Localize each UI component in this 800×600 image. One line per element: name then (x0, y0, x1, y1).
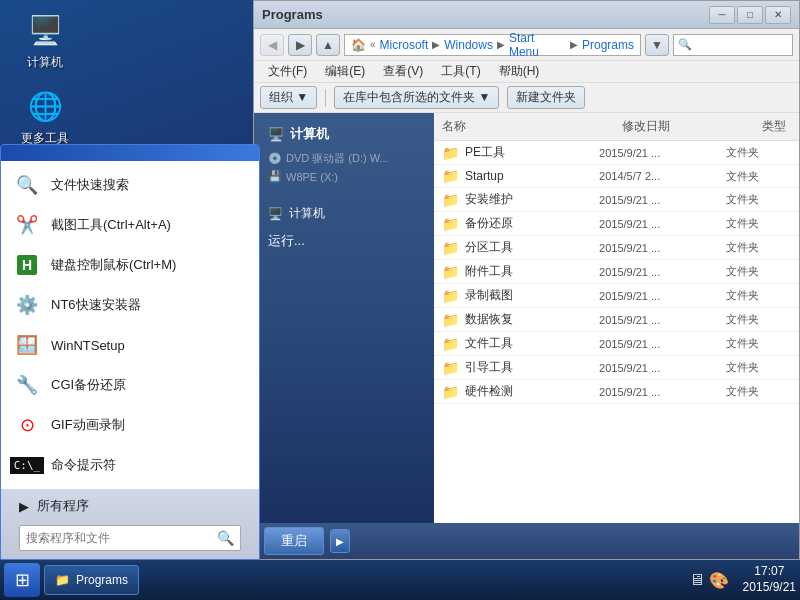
folder-icon: 📁 (442, 384, 459, 400)
left-drive-dvd[interactable]: 💿 DVD 驱动器 (D:) W... (260, 149, 428, 168)
back-button[interactable]: ◀ (260, 34, 284, 56)
file-date-cell: 2015/9/21 ... (599, 314, 726, 326)
file-type-cell: 文件夹 (726, 169, 799, 184)
left-computer-icon: 🖥️ 计算机 (260, 119, 428, 149)
toolbar2: 组织 ▼ 在库中包含所选的文件夹 ▼ 新建文件夹 (254, 83, 799, 113)
menu-file[interactable]: 文件(F) (260, 61, 315, 82)
file-type-cell: 文件夹 (726, 145, 799, 160)
arrow-right-icon: ▶ (19, 499, 29, 514)
start-menu-item-nt6-installer[interactable]: ⚙️ NT6快速安装器 (1, 285, 259, 325)
screenshot-icon: ✂️ (13, 211, 41, 239)
path-dropdown[interactable]: ▼ (645, 34, 669, 56)
drive-icon: 💾 (268, 170, 282, 183)
menu-help[interactable]: 帮助(H) (491, 61, 548, 82)
file-search-label: 文件快速搜索 (51, 176, 129, 194)
start-menu-item-winntsetup[interactable]: 🪟 WinNTSetup (1, 325, 259, 365)
taskbar: ⊞ 📁 Programs 🖥 🎨 17:07 2015/9/21 (0, 560, 800, 600)
system-tray: 🖥 🎨 (683, 571, 735, 590)
clock-time: 17:07 (743, 564, 796, 580)
start-menu-search[interactable]: 🔍 (19, 525, 241, 551)
color-icon[interactable]: 🎨 (709, 571, 729, 590)
file-type-cell: 文件夹 (726, 336, 799, 351)
menu-tools[interactable]: 工具(T) (433, 61, 488, 82)
path-startmenu[interactable]: Start Menu (509, 31, 566, 59)
close-button[interactable]: ✕ (765, 6, 791, 24)
folder-icon: 📁 (442, 264, 459, 280)
col-date-header[interactable]: 修改日期 (614, 116, 754, 137)
path-microsoft[interactable]: Microsoft (380, 38, 429, 52)
start-menu-header (1, 145, 259, 161)
maximize-button[interactable]: □ (737, 6, 763, 24)
path-programs[interactable]: Programs (582, 38, 634, 52)
desktop-icon-computer[interactable]: 🖥️ 计算机 (10, 10, 80, 71)
start-menu-item-gif-record[interactable]: ⊙ GIF动画录制 (1, 405, 259, 445)
file-name-cell: 📁 数据恢复 (434, 311, 599, 328)
menu-bar: 文件(F) 编辑(E) 查看(V) 工具(T) 帮助(H) (254, 61, 799, 83)
table-row[interactable]: 📁 PE工具 2015/9/21 ... 文件夹 (434, 141, 799, 165)
start-menu: 🔍 文件快速搜索 ✂️ 截图工具(Ctrl+Alt+A) H 键盘控制鼠标(Ct… (0, 144, 260, 560)
folder-icon: 📁 (442, 288, 459, 304)
table-row[interactable]: 📁 录制截图 2015/9/21 ... 文件夹 (434, 284, 799, 308)
nt6-installer-icon: ⚙️ (13, 291, 41, 319)
file-date-cell: 2015/9/21 ... (599, 386, 726, 398)
left-run-item[interactable]: 运行... (260, 226, 428, 256)
start-menu-item-cmd[interactable]: C:\_ 命令提示符 (1, 445, 259, 485)
organize-button[interactable]: 组织 ▼ (260, 86, 317, 109)
table-row[interactable]: 📁 Startup 2014/5/7 2... 文件夹 (434, 165, 799, 188)
tools-icon: 🌐 (25, 86, 65, 126)
address-bar[interactable]: 🏠 « Microsoft ▶ Windows ▶ Start Menu ▶ P… (344, 34, 641, 56)
table-row[interactable]: 📁 引导工具 2015/9/21 ... 文件夹 (434, 356, 799, 380)
folder-icon: 📁 (442, 168, 459, 184)
start-menu-item-cgi-restore[interactable]: 🔧 CGI备份还原 (1, 365, 259, 405)
file-type-cell: 文件夹 (726, 240, 799, 255)
start-menu-item-keyboard-control[interactable]: H 键盘控制鼠标(Ctrl+M) (1, 245, 259, 285)
start-menu-item-screenshot[interactable]: ✂️ 截图工具(Ctrl+Alt+A) (1, 205, 259, 245)
file-type-cell: 文件夹 (726, 288, 799, 303)
title-bar: Programs ─ □ ✕ (254, 1, 799, 29)
menu-edit[interactable]: 编辑(E) (317, 61, 373, 82)
file-name-cell: 📁 硬件检测 (434, 383, 599, 400)
up-button[interactable]: ▲ (316, 34, 340, 56)
search-icon: 🔍 (217, 530, 234, 546)
nav-bar: ◀ ▶ ▲ 🏠 « Microsoft ▶ Windows ▶ Start Me… (254, 29, 799, 61)
left-computer-label2: 🖥️ 计算机 (260, 201, 428, 226)
explorer-window: Programs ─ □ ✕ ◀ ▶ ▲ 🏠 « Microsoft ▶ Win… (253, 0, 800, 560)
col-name-header[interactable]: 名称 (434, 116, 614, 137)
taskbar-programs-item[interactable]: 📁 Programs (44, 565, 139, 595)
new-folder-button[interactable]: 新建文件夹 (507, 86, 585, 109)
table-row[interactable]: 📁 数据恢复 2015/9/21 ... 文件夹 (434, 308, 799, 332)
path-windows[interactable]: Windows (444, 38, 493, 52)
search-bar[interactable]: 🔍 (673, 34, 793, 56)
forward-button[interactable]: ▶ (288, 34, 312, 56)
start-menu-item-file-search[interactable]: 🔍 文件快速搜索 (1, 165, 259, 205)
file-type-cell: 文件夹 (726, 216, 799, 231)
col-type-header[interactable]: 类型 (754, 116, 799, 137)
start-button[interactable]: ⊞ (4, 563, 40, 597)
table-row[interactable]: 📁 文件工具 2015/9/21 ... 文件夹 (434, 332, 799, 356)
monitor-icon[interactable]: 🖥 (689, 571, 705, 589)
cmd-icon: C:\_ (13, 451, 41, 479)
title-buttons: ─ □ ✕ (709, 6, 791, 24)
restart-arrow-button[interactable]: ▶ (330, 529, 350, 553)
all-programs-item[interactable]: ▶ 所有程序 (13, 493, 247, 519)
minimize-button[interactable]: ─ (709, 6, 735, 24)
left-drive-w8pe[interactable]: 💾 W8PE (X:) (260, 168, 428, 185)
file-date-cell: 2015/9/21 ... (599, 266, 726, 278)
menu-view[interactable]: 查看(V) (375, 61, 431, 82)
file-list: 📁 PE工具 2015/9/21 ... 文件夹 📁 Startup 2014/… (434, 141, 799, 404)
folder-icon: 📁 (442, 145, 459, 161)
table-row[interactable]: 📁 硬件检测 2015/9/21 ... 文件夹 (434, 380, 799, 404)
explorer-bottom-bar: 重启 ▶ (254, 523, 799, 559)
restart-button[interactable]: 重启 (264, 527, 324, 555)
folder-icon: 📁 (442, 192, 459, 208)
table-row[interactable]: 📁 安装维护 2015/9/21 ... 文件夹 (434, 188, 799, 212)
library-button[interactable]: 在库中包含所选的文件夹 ▼ (334, 86, 499, 109)
table-row[interactable]: 📁 分区工具 2015/9/21 ... 文件夹 (434, 236, 799, 260)
search-input[interactable] (26, 531, 211, 545)
table-row[interactable]: 📁 附件工具 2015/9/21 ... 文件夹 (434, 260, 799, 284)
desktop-icon-tools[interactable]: 🌐 更多工具 (10, 86, 80, 147)
table-row[interactable]: 📁 备份还原 2015/9/21 ... 文件夹 (434, 212, 799, 236)
folder-icon: 📁 (442, 312, 459, 328)
winntsetup-label: WinNTSetup (51, 338, 125, 353)
gif-record-label: GIF动画录制 (51, 416, 125, 434)
